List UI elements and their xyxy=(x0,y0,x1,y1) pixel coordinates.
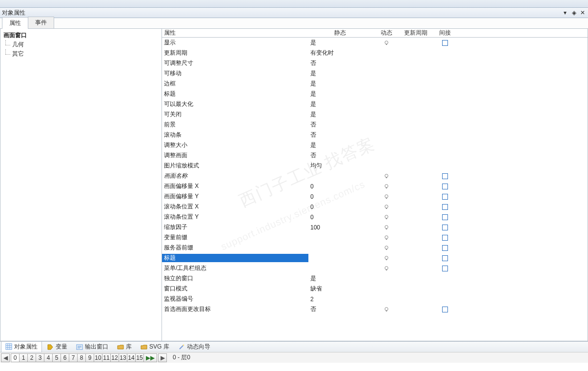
property-row[interactable]: 菜单/工具栏组态 xyxy=(162,263,588,273)
dynamic-cell[interactable] xyxy=(372,204,401,210)
layer-next-icon[interactable]: ▶▶ xyxy=(143,353,157,362)
layer-cell-9[interactable]: 9 xyxy=(85,353,94,362)
lightbulb-icon[interactable] xyxy=(384,40,389,46)
lightbulb-icon[interactable] xyxy=(384,184,389,189)
indirect-cell[interactable] xyxy=(430,255,460,261)
lightbulb-icon[interactable] xyxy=(384,245,389,251)
indirect-cell[interactable] xyxy=(430,40,460,46)
property-static-value[interactable]: 100 xyxy=(308,224,372,231)
lightbulb-icon[interactable] xyxy=(384,255,389,261)
property-name[interactable]: 调整画面 xyxy=(162,151,308,160)
property-static-value[interactable]: 均匀 xyxy=(308,162,372,170)
checkbox-icon[interactable] xyxy=(442,40,448,46)
property-static-value[interactable]: 否 xyxy=(308,131,372,139)
property-row[interactable]: 可以最大化是 xyxy=(162,99,588,109)
property-row[interactable]: 监视器编号2 xyxy=(162,294,588,304)
property-name[interactable]: 可以最大化 xyxy=(162,100,308,108)
layer-cell-13[interactable]: 13 xyxy=(119,353,127,362)
property-name[interactable]: 标题 xyxy=(162,254,308,262)
property-row[interactable]: 变量前缀 xyxy=(162,232,588,243)
bottom-tab-0[interactable]: 对象属性 xyxy=(1,342,42,352)
lightbulb-icon[interactable] xyxy=(384,194,389,200)
property-row[interactable]: 可调整尺寸否 xyxy=(162,58,588,68)
property-name[interactable]: 画面偏移量 X xyxy=(162,182,308,190)
property-name[interactable]: 滚动条位置 Y xyxy=(162,213,308,221)
property-name[interactable]: 缩放因子 xyxy=(162,223,308,231)
layer-cell-14[interactable]: 14 xyxy=(127,353,136,362)
dynamic-cell[interactable] xyxy=(372,225,401,230)
property-name[interactable]: 变量前缀 xyxy=(162,233,308,242)
layer-cell-11[interactable]: 11 xyxy=(102,353,111,362)
property-static-value[interactable]: 是 xyxy=(308,80,372,88)
property-static-value[interactable]: 缺省 xyxy=(308,285,372,293)
layer-cell-3[interactable]: 3 xyxy=(36,353,44,362)
checkbox-icon[interactable] xyxy=(442,307,448,312)
lightbulb-icon[interactable] xyxy=(384,204,389,210)
indirect-cell[interactable] xyxy=(430,204,460,210)
property-row[interactable]: 缩放因子100 xyxy=(162,222,588,232)
dynamic-cell[interactable] xyxy=(372,40,401,46)
layer-cell-12[interactable]: 12 xyxy=(110,353,119,362)
property-static-value[interactable]: 是 xyxy=(308,141,372,149)
property-name[interactable]: 显示 xyxy=(162,39,308,47)
property-name[interactable]: 首选画面更改目标 xyxy=(162,305,308,313)
bottom-tab-2[interactable]: 输出窗口 xyxy=(72,342,112,352)
property-name[interactable]: 服务器前缀 xyxy=(162,244,308,252)
property-row[interactable]: 画面偏移量 X0 xyxy=(162,181,588,191)
checkbox-icon[interactable] xyxy=(442,235,448,241)
property-row[interactable]: 图片缩放模式均匀 xyxy=(162,161,588,171)
property-row[interactable]: 调整大小是 xyxy=(162,140,588,150)
property-static-value[interactable]: 否 xyxy=(308,305,372,313)
property-row[interactable]: 服务器前缀 xyxy=(162,243,588,253)
property-row[interactable]: 滚动条位置 Y0 xyxy=(162,212,588,222)
checkbox-icon[interactable] xyxy=(442,225,448,230)
checkbox-icon[interactable] xyxy=(442,204,448,210)
indirect-cell[interactable] xyxy=(430,214,460,220)
layer-cell-7[interactable]: 7 xyxy=(69,353,78,362)
property-name[interactable]: 图片缩放模式 xyxy=(162,162,308,170)
layer-cell-2[interactable]: 2 xyxy=(27,353,36,362)
layer-cell-1[interactable]: 1 xyxy=(19,353,28,362)
property-row[interactable]: 边框是 xyxy=(162,79,588,89)
property-static-value[interactable]: 0 xyxy=(308,204,372,210)
property-name[interactable]: 可移动 xyxy=(162,69,308,78)
property-name[interactable]: 监视器编号 xyxy=(162,295,308,303)
property-row[interactable]: 独立的窗口是 xyxy=(162,273,588,284)
lightbulb-icon[interactable] xyxy=(384,173,389,179)
dynamic-cell[interactable] xyxy=(372,307,401,312)
tab-0[interactable]: 属性 xyxy=(2,17,28,29)
property-row[interactable]: 可关闭是 xyxy=(162,109,588,120)
property-row[interactable]: 首选画面更改目标否 xyxy=(162,304,588,314)
property-name[interactable]: 画面偏移量 Y xyxy=(162,192,308,201)
property-row[interactable]: 画面名称 xyxy=(162,171,588,181)
panel-dropdown-icon[interactable]: ▾ xyxy=(562,9,568,16)
property-row[interactable]: 窗口模式缺省 xyxy=(162,284,588,294)
tree-child-1[interactable]: 其它 xyxy=(1,49,161,59)
lightbulb-icon[interactable] xyxy=(384,214,389,220)
dynamic-cell[interactable] xyxy=(372,194,401,200)
tree-child-0[interactable]: 几何 xyxy=(1,40,161,49)
property-name[interactable]: 调整大小 xyxy=(162,141,308,149)
panel-close-icon[interactable]: ✕ xyxy=(579,9,586,16)
property-row[interactable]: 更新周期有变化时 xyxy=(162,48,588,58)
property-row[interactable]: 可移动是 xyxy=(162,68,588,79)
property-name[interactable]: 菜单/工具栏组态 xyxy=(162,264,308,272)
lightbulb-icon[interactable] xyxy=(384,225,389,230)
layer-cell-8[interactable]: 8 xyxy=(77,353,86,362)
dynamic-cell[interactable] xyxy=(372,255,401,261)
lightbulb-icon[interactable] xyxy=(384,235,389,241)
layer-cell-0[interactable]: 0 xyxy=(11,353,20,362)
property-name[interactable]: 可调整尺寸 xyxy=(162,59,308,67)
checkbox-icon[interactable] xyxy=(442,173,448,179)
panel-pin-icon[interactable]: ◈ xyxy=(570,9,577,16)
indirect-cell[interactable] xyxy=(430,245,460,251)
property-name[interactable]: 前景 xyxy=(162,121,308,129)
property-static-value[interactable]: 是 xyxy=(308,90,372,98)
checkbox-icon[interactable] xyxy=(442,255,448,261)
checkbox-icon[interactable] xyxy=(442,184,448,189)
property-row[interactable]: 标题 xyxy=(162,253,588,263)
bottom-tab-5[interactable]: 动态向导 xyxy=(174,342,214,352)
dynamic-cell[interactable] xyxy=(372,266,401,271)
indirect-cell[interactable] xyxy=(430,266,460,271)
layer-cell-10[interactable]: 10 xyxy=(94,353,102,362)
